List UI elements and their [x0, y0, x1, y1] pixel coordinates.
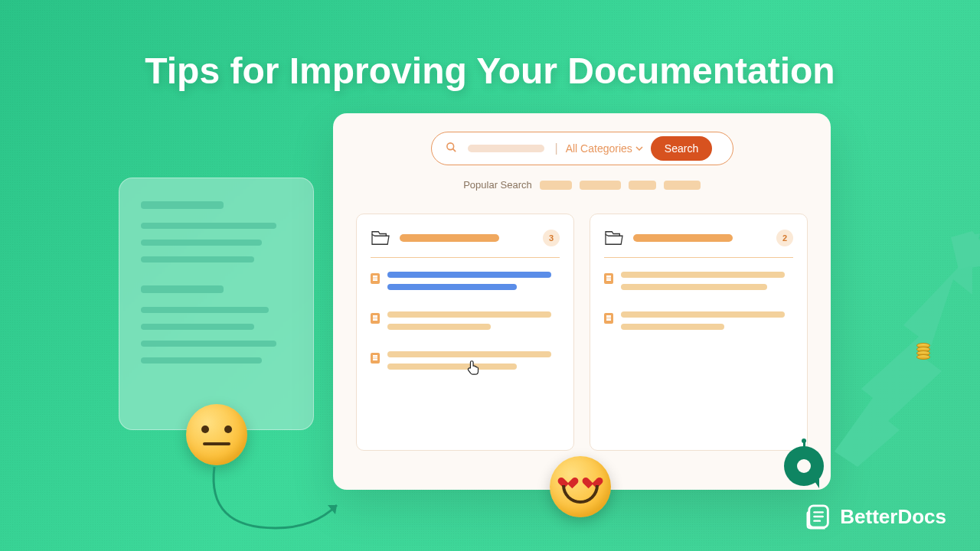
cursor-icon	[466, 358, 482, 377]
page-title: Tips for Improving Your Documentation	[145, 50, 835, 92]
love-emoji-icon	[550, 456, 611, 517]
popular-chip[interactable]	[580, 181, 621, 190]
search-button[interactable]: Search	[651, 136, 712, 161]
popular-label: Popular Search	[463, 179, 532, 191]
search-bar[interactable]: | All Categories Search	[431, 132, 733, 165]
old-doc-card	[119, 178, 314, 430]
category-dropdown[interactable]: All Categories	[566, 142, 643, 155]
count-badge: 3	[543, 230, 560, 246]
search-icon	[446, 142, 457, 155]
doc-item[interactable]	[371, 311, 560, 336]
connect-arrow-icon	[199, 459, 352, 543]
doc-item[interactable]	[604, 272, 793, 296]
brand-icon	[806, 504, 832, 530]
search-input[interactable]	[468, 145, 544, 152]
brand-name: BetterDocs	[840, 505, 946, 529]
popular-chip[interactable]	[629, 181, 656, 190]
category-card[interactable]: 3	[356, 214, 574, 451]
doc-icon	[371, 353, 380, 364]
doc-icon	[371, 313, 380, 324]
growth-arrow-icon	[819, 222, 980, 467]
folder-icon	[604, 230, 624, 246]
popular-chip[interactable]	[664, 181, 701, 190]
doc-icon	[604, 273, 613, 284]
docs-panel: | All Categories Search Popular Search 3	[333, 113, 831, 490]
category-card[interactable]: 2	[590, 214, 808, 451]
doc-item[interactable]	[371, 272, 560, 296]
chatbot-button[interactable]	[784, 446, 824, 486]
count-badge: 2	[776, 230, 793, 246]
brand-logo: BetterDocs	[806, 504, 946, 530]
popular-search-row: Popular Search	[356, 179, 808, 191]
svg-line-1	[452, 148, 456, 152]
neutral-emoji-icon	[186, 404, 247, 465]
coins-icon	[916, 343, 930, 358]
popular-chip[interactable]	[540, 181, 572, 190]
svg-point-0	[446, 143, 453, 150]
folder-icon	[371, 230, 390, 246]
doc-icon	[371, 273, 380, 284]
svg-marker-2	[951, 231, 980, 269]
doc-icon	[604, 313, 613, 324]
doc-item[interactable]	[604, 311, 793, 336]
chevron-down-icon	[635, 146, 643, 151]
